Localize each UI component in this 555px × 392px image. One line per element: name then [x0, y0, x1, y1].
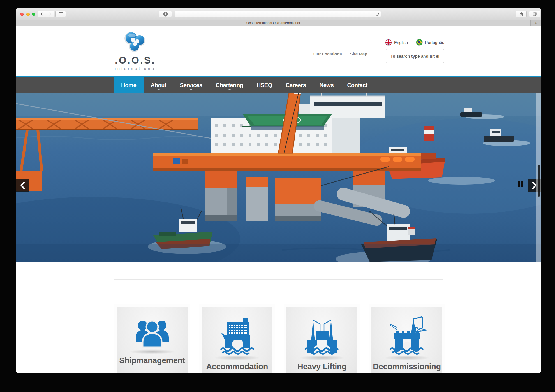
- pause-icon: [518, 181, 520, 187]
- nav-item-services[interactable]: Services: [173, 77, 209, 93]
- forward-button[interactable]: [46, 11, 54, 17]
- card-label: Shipmanagement: [119, 356, 185, 365]
- card-label: Accommodation: [206, 362, 268, 371]
- minimize-window-button[interactable]: [26, 13, 30, 16]
- nav-label: Contact: [347, 82, 367, 88]
- decommissioning-icon: [386, 316, 428, 355]
- share-icon: [519, 12, 523, 16]
- chevron-right-icon: [48, 12, 51, 16]
- chevron-down-icon: [190, 89, 193, 92]
- nav-label: HSEQ: [257, 82, 272, 88]
- main-navigation: Home About Services Chartering HSEQ: [16, 76, 541, 93]
- pause-icon: [521, 181, 523, 187]
- hero-rig-photo: [16, 93, 541, 262]
- nav-label: Home: [121, 82, 136, 88]
- logo-acronym: .O.O.S.: [115, 55, 155, 66]
- scrollbar-track[interactable]: [536, 93, 541, 262]
- icon-shadow: [383, 355, 431, 360]
- sidebar-toggle-button[interactable]: [55, 11, 66, 17]
- back-button[interactable]: [38, 11, 46, 17]
- browser-toolbar: [16, 8, 541, 20]
- card-shipmanagement[interactable]: Shipmanagement: [114, 304, 190, 373]
- divider: [114, 279, 443, 280]
- site-header: .O.O.S. international: [16, 26, 541, 76]
- language-portugues[interactable]: Português: [416, 39, 444, 46]
- extension-button[interactable]: [159, 11, 172, 17]
- nav-label: Careers: [286, 82, 306, 88]
- tab-overview-button[interactable]: [529, 11, 540, 17]
- card-decommissioning[interactable]: Decommissioning: [369, 304, 445, 373]
- scrollbar-thumb[interactable]: [538, 165, 540, 197]
- chevron-right-icon: [532, 182, 536, 189]
- reload-icon: [376, 12, 379, 16]
- chevron-down-icon: [228, 89, 231, 92]
- nav-label: About: [151, 82, 166, 88]
- accommodation-rig-icon: [216, 316, 258, 355]
- language-label: English: [394, 40, 408, 45]
- our-locations-link[interactable]: Our Locations: [313, 52, 342, 56]
- nav-item-home[interactable]: Home: [114, 77, 144, 93]
- nav-item-careers[interactable]: Careers: [279, 77, 313, 93]
- address-bar: [175, 11, 381, 17]
- brazil-flag-icon: [416, 39, 423, 46]
- icon-shadow: [213, 355, 261, 360]
- active-tab[interactable]: Oos International OOS International: [16, 20, 530, 26]
- nav-label: Services: [180, 82, 202, 88]
- hand-extension-icon: [163, 12, 168, 17]
- card-heavy-lifting[interactable]: Heavy Lifting: [284, 304, 360, 373]
- share-button[interactable]: [516, 11, 527, 17]
- card-label: Decommissioning: [373, 362, 441, 371]
- site-logo[interactable]: .O.O.S. international: [115, 31, 155, 71]
- nav-item-hseq[interactable]: HSEQ: [250, 77, 279, 93]
- carousel-prev-button[interactable]: [16, 179, 29, 192]
- language-switcher: English Português: [385, 39, 444, 46]
- crew-icon: [131, 316, 173, 349]
- nav-item-about[interactable]: About: [144, 77, 173, 93]
- chevron-left-icon: [20, 182, 25, 189]
- divider: [346, 52, 346, 56]
- tab-overview-icon: [533, 12, 537, 16]
- url-input[interactable]: [175, 12, 374, 16]
- nav-label: Chartering: [216, 82, 243, 88]
- blue-cloud-logo-icon: [122, 31, 148, 52]
- search-input[interactable]: [386, 49, 444, 63]
- divider: [412, 39, 412, 45]
- divider: [508, 77, 508, 93]
- uk-flag-icon: [385, 39, 392, 46]
- icon-shadow: [298, 355, 346, 360]
- card-label: Heavy Lifting: [297, 362, 347, 371]
- icon-shadow: [128, 349, 176, 354]
- hero-carousel: [16, 93, 541, 262]
- zoom-window-button[interactable]: [32, 13, 35, 16]
- nav-label: News: [320, 82, 334, 88]
- chevron-left-icon: [41, 12, 43, 16]
- carousel-pause-button[interactable]: [518, 181, 524, 188]
- chevron-down-icon: [157, 89, 160, 92]
- logo-subtitle: international: [115, 66, 155, 71]
- new-tab-button[interactable]: +: [530, 20, 541, 26]
- services-section: Shipmanagement: [16, 262, 541, 373]
- heavy-lifting-icon: [301, 316, 343, 355]
- header-links: Our Locations Site Map: [313, 52, 367, 56]
- language-label: Português: [425, 40, 444, 45]
- reload-button[interactable]: [374, 11, 381, 17]
- close-window-button[interactable]: [20, 13, 24, 16]
- nav-item-contact[interactable]: Contact: [341, 77, 374, 93]
- tab-bar: Oos International OOS International +: [16, 20, 541, 26]
- language-english[interactable]: English: [385, 39, 408, 46]
- nav-item-news[interactable]: News: [313, 77, 341, 93]
- webpage: .O.O.S. international: [16, 26, 541, 373]
- nav-item-chartering[interactable]: Chartering: [209, 77, 250, 93]
- sidebar-icon: [59, 12, 63, 16]
- site-map-link[interactable]: Site Map: [350, 52, 367, 56]
- browser-window: Oos International OOS International +: [16, 8, 541, 373]
- card-accommodation[interactable]: Accommodation: [199, 304, 275, 373]
